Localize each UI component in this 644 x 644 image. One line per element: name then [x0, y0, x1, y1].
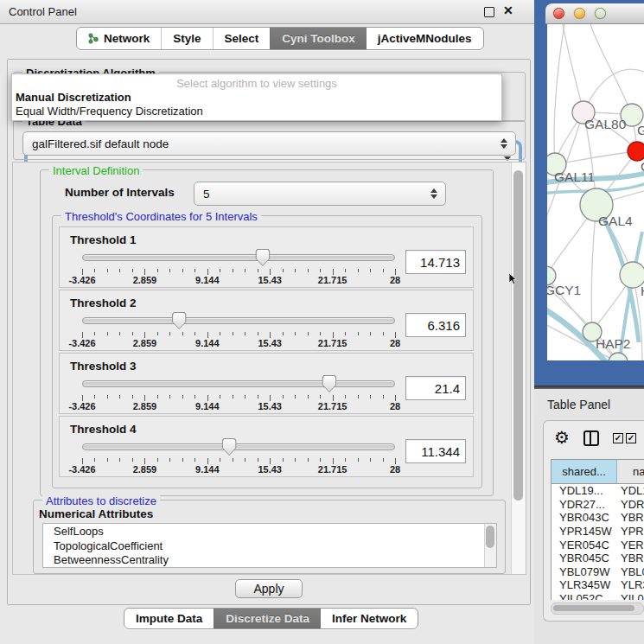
slider-track[interactable]: [82, 443, 395, 450]
tick-label: 2.859: [133, 401, 157, 411]
slider-thumb[interactable]: [255, 249, 270, 266]
tick-mark: [157, 395, 158, 399]
zoom-traffic-light[interactable]: [595, 8, 606, 19]
tick-mark: [220, 395, 220, 399]
threshold-value-field[interactable]: [405, 439, 466, 463]
tick-mark: [395, 332, 396, 338]
table-cell: YBR0: [617, 552, 644, 564]
table-row[interactable]: YPR145WYPR1: [552, 525, 644, 539]
table-row[interactable]: YDR27...YDR2: [552, 498, 644, 512]
tab-cyni-toolbox[interactable]: Cyni Toolbox: [270, 28, 367, 49]
network-edge[interactable]: [563, 24, 583, 112]
tick-label: 28: [390, 464, 400, 475]
attribute-list-item[interactable]: SelfLoops: [43, 525, 496, 539]
threshold-value-field[interactable]: [405, 250, 466, 274]
tab-network[interactable]: Network: [77, 28, 161, 49]
scrollbar-thumb[interactable]: [553, 605, 634, 611]
slider-track[interactable]: [82, 254, 395, 261]
tick-mark: [270, 458, 271, 464]
table-cell: YER0: [617, 539, 644, 552]
tick-mark: [94, 458, 95, 462]
threshold-slider[interactable]: -3.4262.8599.14415.4321.71528: [82, 248, 395, 284]
tick-label: 21.715: [318, 401, 348, 411]
table-row[interactable]: YBR043CYBR0: [552, 511, 644, 525]
apply-button[interactable]: Apply: [235, 579, 303, 598]
horizontal-scrollbar[interactable]: [551, 603, 644, 615]
threshold-slider[interactable]: -3.4262.8599.14415.4321.71528: [82, 374, 395, 411]
tick-mark: [358, 332, 359, 335]
gear-icon[interactable]: ⚙: [554, 427, 570, 448]
list-scrollbar[interactable]: [484, 524, 496, 567]
table-row[interactable]: YBL079WYBL0: [552, 565, 644, 579]
tick-mark: [132, 395, 133, 399]
network-window-titlebar[interactable]: [545, 3, 644, 24]
checkbox-icon[interactable]: ✓: [613, 433, 623, 443]
network-icon: [88, 33, 99, 44]
table-row[interactable]: YIL052CYIL0: [552, 592, 644, 600]
table-row[interactable]: YLR345WYLR3: [552, 578, 644, 592]
tick-mark: [245, 269, 245, 272]
threshold-slider[interactable]: -3.4262.8599.14415.4321.71528: [82, 311, 395, 348]
tab-infer-network[interactable]: Infer Network: [321, 609, 418, 628]
tick-mark: [383, 332, 384, 335]
threshold-value-field[interactable]: [405, 313, 466, 337]
panel-scrollbar[interactable]: [511, 163, 526, 574]
split-columns-icon[interactable]: [583, 430, 599, 446]
float-window-icon[interactable]: [484, 7, 494, 17]
tick-mark: [345, 458, 346, 462]
threshold-label: Threshold 2: [60, 290, 473, 309]
node-table[interactable]: shared...na YDL19...YDL1YDR27...YDR2YBR0…: [551, 459, 644, 600]
close-icon[interactable]: ✕: [503, 3, 513, 17]
tick-mark: [169, 395, 170, 399]
attributes-listbox[interactable]: SelfLoopsTopologicalCoefficientBetweenne…: [42, 523, 497, 568]
network-edge[interactable]: [554, 24, 564, 164]
slider-track[interactable]: [82, 317, 395, 324]
tick-label: 28: [390, 338, 400, 348]
network-node-c[interactable]: [628, 142, 644, 161]
attribute-list-item[interactable]: TopologicalCoefficient: [43, 539, 496, 554]
column-header[interactable]: na: [617, 460, 644, 483]
group-title: Threshold's Coordinates for 5 Intervals: [61, 210, 261, 223]
tick-mark: [119, 395, 120, 399]
table-data-combobox[interactable]: galFiltered.sif default node: [22, 131, 516, 156]
checkbox-icon[interactable]: ✓: [626, 433, 636, 443]
tick-mark: [157, 332, 158, 335]
dropdown-option[interactable]: Manual Discretization: [12, 91, 501, 105]
right-region: GACGAL80GAL11GAL4GCY1HHAP2 Table Panel ⚙…: [534, 0, 644, 644]
table-cell: YIL0: [617, 592, 644, 600]
slider-thumb[interactable]: [222, 438, 237, 456]
tick-label: 15.43: [258, 275, 282, 285]
threshold-value-field[interactable]: [405, 376, 466, 400]
network-canvas[interactable]: GACGAL80GAL11GAL4GCY1HHAP2: [547, 24, 644, 360]
scrollbar-thumb[interactable]: [486, 526, 494, 548]
slider-track[interactable]: [82, 380, 395, 387]
tab-jactivemnodules[interactable]: jActiveMNodules: [367, 28, 483, 49]
slider-thumb[interactable]: [322, 375, 336, 392]
tick-mark: [358, 269, 359, 272]
dropdown-option[interactable]: Equal Width/Frequency Discretization: [12, 105, 501, 118]
number-of-intervals-spinner[interactable]: 5: [194, 182, 446, 206]
tick-mark: [295, 458, 296, 462]
tick-label: 2.859: [133, 464, 157, 475]
mouse-cursor: [509, 273, 518, 285]
threshold-label: Threshold 4: [60, 417, 473, 436]
threshold-panel: Threshold 1 -3.4262.8599.14415.4321.7152…: [59, 226, 474, 288]
network-edge[interactable]: [555, 151, 637, 164]
scrollbar-thumb[interactable]: [513, 170, 523, 501]
tab-discretize-data[interactable]: Discretize Data: [214, 609, 321, 628]
tab-label: Style: [173, 32, 201, 45]
table-row[interactable]: YER054CYER0: [552, 538, 644, 552]
tab-select[interactable]: Select: [213, 28, 271, 49]
minimize-traffic-light[interactable]: [574, 8, 585, 19]
table-row[interactable]: YBR045CYBR0: [552, 552, 644, 565]
table-row[interactable]: YDL19...YDL1: [552, 484, 644, 498]
close-traffic-light[interactable]: [553, 8, 564, 19]
tab-style[interactable]: Style: [161, 28, 212, 49]
threshold-slider[interactable]: -3.4262.8599.14415.4321.71528: [82, 437, 395, 474]
attribute-list-item[interactable]: BetweennessCentrality: [43, 553, 496, 568]
slider-thumb[interactable]: [172, 312, 187, 329]
column-header[interactable]: shared...: [552, 460, 617, 483]
tab-impute-data[interactable]: Impute Data: [124, 609, 214, 628]
tick-mark: [182, 458, 183, 462]
network-edge[interactable]: [591, 205, 596, 332]
